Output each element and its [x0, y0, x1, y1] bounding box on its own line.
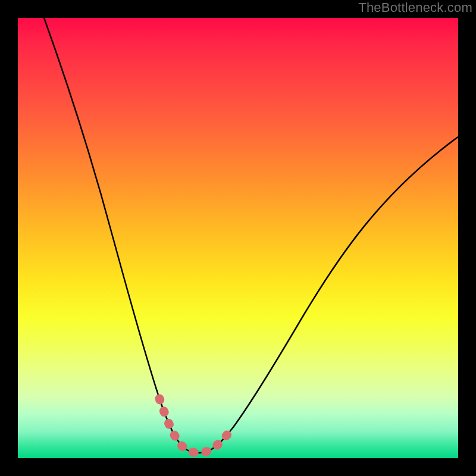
highlight-segment-path [159, 399, 231, 453]
plot-area [18, 18, 458, 458]
chart-frame: TheBottleneck.com [0, 0, 476, 476]
watermark-text: TheBottleneck.com [358, 0, 472, 15]
bottleneck-curve-path [44, 18, 458, 453]
curve-svg [18, 18, 458, 458]
